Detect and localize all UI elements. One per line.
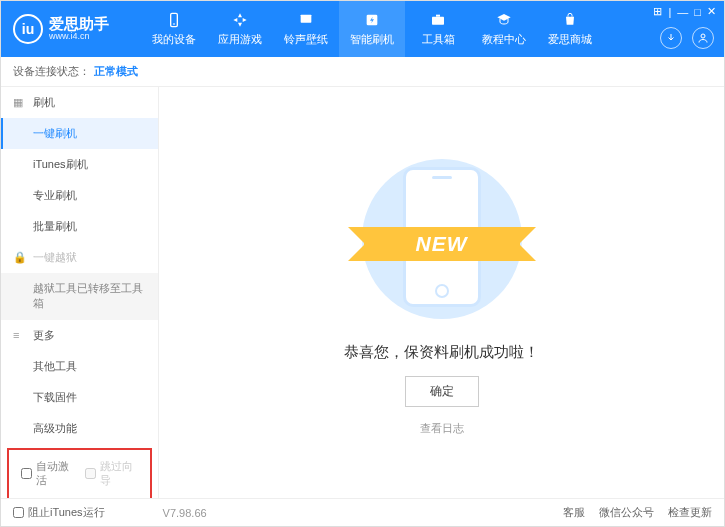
success-illustration: NEW — [352, 149, 532, 329]
app-subtitle: www.i4.cn — [49, 31, 109, 42]
top-nav: 我的设备 应用游戏 铃声壁纸 智能刷机 工具箱 教程中心 — [141, 1, 603, 57]
new-ribbon: NEW — [364, 227, 520, 261]
status-label: 设备连接状态： — [13, 64, 90, 79]
shop-icon — [561, 11, 579, 29]
sidebar-item-itunes-flash[interactable]: iTunes刷机 — [1, 149, 158, 180]
footer-bar: 阻止iTunes运行 V7.98.66 客服 微信公众号 检查更新 — [1, 498, 724, 526]
download-button[interactable] — [660, 27, 682, 49]
nav-flash[interactable]: 智能刷机 — [339, 1, 405, 57]
sidebar: ▦ 刷机 一键刷机 iTunes刷机 专业刷机 批量刷机 🔒 一键越狱 越狱工具… — [1, 87, 159, 498]
sidebar-item-advanced[interactable]: 高级功能 — [1, 413, 158, 444]
main-content: NEW 恭喜您，保资料刷机成功啦！ 确定 查看日志 — [159, 87, 724, 498]
sidebar-section-more[interactable]: ≡ 更多 — [1, 320, 158, 351]
footer-link-update[interactable]: 检查更新 — [668, 505, 712, 520]
minimize-button[interactable]: ― — [677, 6, 688, 18]
menu-divider: | — [668, 6, 671, 18]
tools-icon — [429, 11, 447, 29]
block-itunes-checkbox[interactable]: 阻止iTunes运行 — [13, 505, 105, 520]
user-button[interactable] — [692, 27, 714, 49]
list-icon: ▦ — [13, 96, 27, 109]
sidebar-section-flash[interactable]: ▦ 刷机 — [1, 87, 158, 118]
flash-icon — [363, 11, 381, 29]
more-icon: ≡ — [13, 329, 27, 341]
success-message: 恭喜您，保资料刷机成功啦！ — [344, 343, 539, 362]
app-title: 爱思助手 — [49, 16, 109, 31]
app-icon — [231, 11, 249, 29]
status-bar: 设备连接状态： 正常模式 — [1, 57, 724, 87]
close-button[interactable]: ✕ — [707, 5, 716, 18]
sidebar-options-box: 自动激活 跳过向导 — [7, 448, 152, 498]
footer-link-wechat[interactable]: 微信公众号 — [599, 505, 654, 520]
nav-ringtones[interactable]: 铃声壁纸 — [273, 1, 339, 57]
nav-shop[interactable]: 爱思商城 — [537, 1, 603, 57]
sidebar-item-download-firmware[interactable]: 下载固件 — [1, 382, 158, 413]
phone-icon — [165, 11, 183, 29]
version-label: V7.98.66 — [163, 507, 207, 519]
maximize-button[interactable]: □ — [694, 6, 701, 18]
sidebar-section-jailbreak: 🔒 一键越狱 — [1, 242, 158, 273]
nav-apps[interactable]: 应用游戏 — [207, 1, 273, 57]
svg-rect-4 — [432, 17, 444, 25]
skip-guide-checkbox: 跳过向导 — [85, 460, 139, 488]
header-bar: iu 爱思助手 www.i4.cn 我的设备 应用游戏 铃声壁纸 智能刷机 — [1, 1, 724, 57]
svg-rect-2 — [301, 15, 312, 23]
edu-icon — [495, 11, 513, 29]
status-mode: 正常模式 — [94, 64, 138, 79]
svg-rect-5 — [436, 15, 440, 17]
sidebar-item-oneclick-flash[interactable]: 一键刷机 — [1, 118, 158, 149]
svg-point-6 — [701, 34, 705, 38]
ring-icon — [297, 11, 315, 29]
view-log-link[interactable]: 查看日志 — [420, 421, 464, 436]
nav-my-device[interactable]: 我的设备 — [141, 1, 207, 57]
menu-icon[interactable]: ⊞ — [653, 5, 662, 18]
sidebar-item-batch-flash[interactable]: 批量刷机 — [1, 211, 158, 242]
footer-link-support[interactable]: 客服 — [563, 505, 585, 520]
lock-icon: 🔒 — [13, 251, 27, 264]
ok-button[interactable]: 确定 — [405, 376, 479, 407]
logo-icon: iu — [13, 14, 43, 44]
nav-tools[interactable]: 工具箱 — [405, 1, 471, 57]
auto-activate-checkbox[interactable]: 自动激活 — [21, 460, 75, 488]
sidebar-item-pro-flash[interactable]: 专业刷机 — [1, 180, 158, 211]
sidebar-item-other-tools[interactable]: 其他工具 — [1, 351, 158, 382]
svg-rect-0 — [171, 13, 178, 26]
nav-tutorials[interactable]: 教程中心 — [471, 1, 537, 57]
jailbreak-moved-note: 越狱工具已转移至工具箱 — [1, 273, 158, 320]
logo: iu 爱思助手 www.i4.cn — [1, 14, 141, 44]
